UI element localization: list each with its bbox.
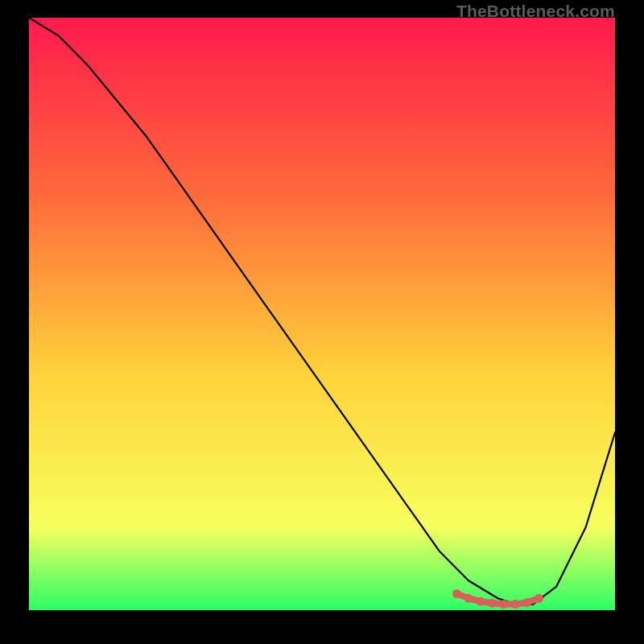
gradient-background [29,18,615,610]
chart-svg [29,18,615,610]
minimum-marker-dot [535,594,543,603]
minimum-marker-dot [476,597,485,606]
minimum-marker-dot [452,589,461,598]
minimum-marker-dot [499,600,508,609]
minimum-marker-dot [511,600,520,609]
minimum-marker-dot [464,594,473,603]
chart-frame: TheBottleneck.com [0,0,644,644]
plot-area [29,18,615,610]
minimum-marker-dot [488,599,497,608]
minimum-marker-dot [522,598,531,607]
